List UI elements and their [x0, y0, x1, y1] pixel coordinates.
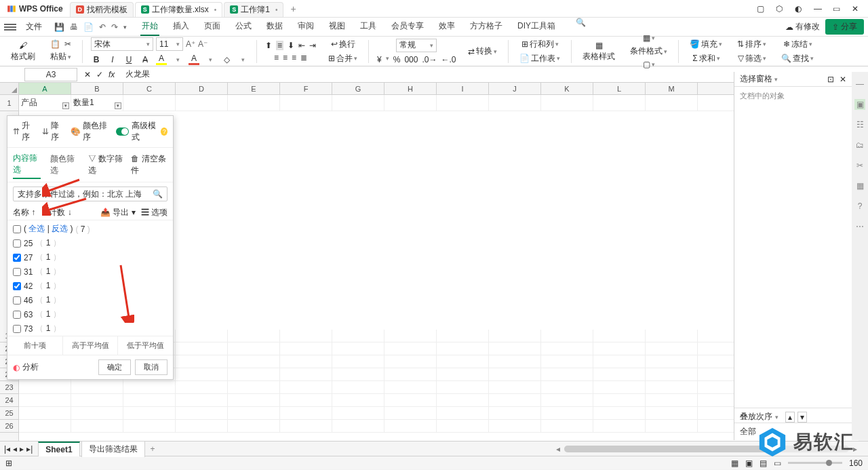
col-header[interactable]: K — [541, 83, 593, 94]
tab-diy[interactable]: DIY工具箱 — [516, 18, 557, 36]
align-center-icon[interactable]: ≡ — [283, 53, 288, 62]
tab-ffgz[interactable]: 方方格子 — [469, 18, 504, 36]
filter-arrow-icon[interactable]: ▾ — [115, 102, 121, 109]
percent-icon[interactable]: % — [393, 55, 401, 64]
filter-tab-color[interactable]: 颜色筛选 — [50, 151, 78, 178]
dec-dec-icon[interactable]: ←.0 — [441, 55, 456, 64]
font-select[interactable]: 宋体▾ — [91, 37, 153, 51]
tab-formula[interactable]: 公式 — [234, 18, 253, 36]
col-header[interactable]: F — [280, 83, 332, 94]
col-header[interactable]: J — [489, 83, 541, 94]
filter-button[interactable]: ▽筛选▾ — [735, 52, 769, 65]
preview-icon[interactable]: 📄 — [83, 22, 94, 32]
more-icon[interactable]: ⋯ — [854, 221, 865, 232]
col-header[interactable]: M — [646, 83, 698, 94]
sort-button[interactable]: ⇅排序▾ — [734, 38, 769, 51]
filter-item[interactable]: 46（ 1 ） — [13, 293, 167, 307]
fx-icon[interactable]: fx — [108, 70, 115, 79]
row-header[interactable]: 25 — [0, 407, 18, 420]
font-size-select[interactable]: 11▾ — [156, 37, 183, 51]
options-button[interactable]: ☰ 选项 — [141, 207, 167, 218]
tab-start[interactable]: 开始 — [140, 18, 159, 36]
filter-arrow-icon[interactable]: ▾ — [62, 102, 69, 109]
window-compact-icon[interactable]: ▢ — [757, 4, 766, 14]
doc-tab-templates[interactable]: D 找稻壳模板 — [70, 2, 134, 17]
col-header[interactable]: G — [332, 83, 384, 94]
window-cube-icon[interactable]: ⬡ — [776, 4, 785, 14]
zoom-slider[interactable] — [788, 462, 842, 464]
view-normal-icon[interactable]: ▦ — [731, 458, 738, 468]
filter-item[interactable]: 25（ 1 ） — [13, 236, 167, 250]
sheet-nav-last[interactable]: ▸| — [26, 444, 33, 454]
sheet-tab-2[interactable]: 导出筛选结果 — [81, 441, 145, 457]
doc-tab-workbook1[interactable]: S 工作簿1 • — [224, 2, 283, 17]
view-read-icon[interactable]: ▭ — [774, 458, 781, 468]
align-justify-icon[interactable]: ≣ — [300, 53, 307, 62]
share-button[interactable]: ⇪分享 — [825, 19, 864, 35]
col-header[interactable]: L — [593, 83, 646, 94]
print-icon[interactable]: 🖶 — [70, 22, 78, 32]
name-box[interactable]: A3 — [24, 68, 77, 81]
sheet-tab-1[interactable]: Sheet1 — [38, 442, 79, 456]
col-name[interactable]: 名称 ↑ — [13, 207, 35, 218]
row-header[interactable]: 1 — [0, 95, 18, 111]
filter-item[interactable]: 27（ 1 ） — [13, 250, 167, 265]
filter-item[interactable]: 73（ 1 ） — [13, 321, 167, 336]
below-avg-button[interactable]: 低于平均值 — [118, 336, 173, 355]
advanced-mode-toggle[interactable]: 高级模式 ? — [116, 120, 167, 143]
filter-tab-number[interactable]: ▽ 数字筛选 — [88, 153, 125, 176]
highlight-button[interactable]: A — [156, 54, 167, 65]
copy-icon[interactable]: 📋 — [50, 39, 60, 49]
search-icon[interactable]: 🔍 — [576, 18, 586, 36]
tab-view[interactable]: 视图 — [328, 18, 347, 36]
sort-desc-button[interactable]: ⇊ 降序 — [42, 120, 63, 143]
changes-indicator[interactable]: ☁有修改 — [785, 21, 820, 33]
maximize-icon[interactable]: ▭ — [833, 4, 842, 14]
row-header[interactable]: 26 — [0, 420, 18, 433]
pane-all[interactable]: 全部 — [734, 423, 852, 440]
merge-button[interactable]: ⊞合并▾ — [326, 52, 360, 65]
align-left-icon[interactable]: ≡ — [274, 53, 279, 62]
file-menu[interactable]: 文件 — [20, 20, 47, 34]
tab-insert[interactable]: 插入 — [172, 18, 191, 36]
col-header[interactable]: C — [123, 83, 176, 94]
settings-icon[interactable]: ✂ — [854, 160, 865, 171]
horizontal-scrollbar[interactable]: ◂ ▸ — [159, 444, 864, 454]
style-icon[interactable]: ▦ — [854, 180, 865, 191]
doc-tab-workbook-count[interactable]: S 工作簿数量.xlsx • — [135, 2, 223, 17]
hamburger-icon[interactable] — [4, 24, 16, 31]
filter-tab-content[interactable]: 内容筛选 — [13, 151, 41, 179]
sum-button[interactable]: Σ求和▾ — [690, 52, 722, 65]
cell-B1[interactable]: 数量1▾ — [71, 95, 123, 111]
row-header[interactable]: 23 — [0, 381, 18, 394]
filter-item[interactable]: 42（ 1 ） — [13, 279, 167, 293]
pin-icon[interactable]: ⊡ — [827, 75, 834, 84]
save-icon[interactable]: 💾 — [54, 22, 64, 32]
redo-icon[interactable]: ↷ — [111, 22, 118, 32]
decrease-font-icon[interactable]: A⁻ — [198, 39, 208, 49]
bold-button[interactable]: B — [91, 55, 102, 64]
top-ten-button[interactable]: 前十项 — [7, 336, 63, 355]
close-icon[interactable]: ✕ — [852, 4, 861, 14]
fill-button[interactable]: 🪣填充▾ — [687, 38, 725, 51]
underline-button[interactable]: U — [123, 55, 134, 64]
comma-icon[interactable]: 000 — [404, 55, 418, 64]
close-pane-icon[interactable]: ✕ — [840, 75, 846, 84]
view-page-icon[interactable]: ▣ — [745, 458, 753, 468]
sort-asc-button[interactable]: ⇈ 升序 — [13, 120, 34, 143]
strike-button[interactable]: A̶ — [140, 55, 151, 64]
analyze-button[interactable]: ◐分析 — [13, 361, 39, 373]
tab-tools[interactable]: 工具 — [359, 18, 378, 36]
mode-icon[interactable]: ⊞ — [5, 458, 12, 468]
above-avg-button[interactable]: 高于平均值 — [63, 336, 119, 355]
align-bottom-icon[interactable]: ⬇ — [288, 41, 294, 50]
add-tab-button[interactable]: + — [285, 3, 301, 14]
increase-font-icon[interactable]: A⁺ — [186, 39, 195, 49]
backup-icon[interactable]: 🗂 — [854, 140, 865, 151]
col-header[interactable]: A — [19, 83, 71, 94]
help-icon[interactable]: ? — [161, 128, 167, 136]
number-format-select[interactable]: 常规▾ — [396, 39, 437, 52]
filter-item[interactable]: 63（ 1 ） — [13, 307, 167, 321]
format-painter-button[interactable]: 🖌格式刷 — [8, 40, 38, 62]
add-sheet-button[interactable]: + — [146, 444, 159, 454]
